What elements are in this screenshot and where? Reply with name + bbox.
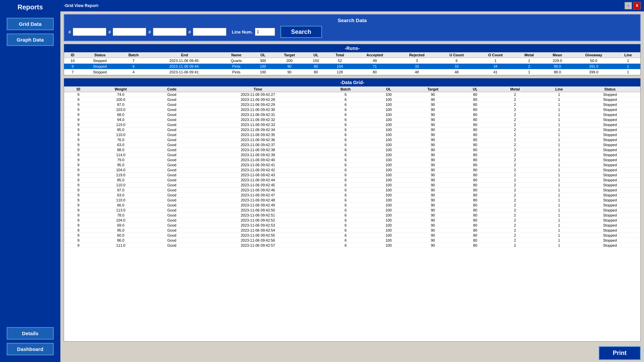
details-button[interactable]: Details [7,327,54,340]
grid-cell: 6 [321,117,370,122]
runs-row[interactable]: 7Stopped42023-11-06 09:41:Pints100908012… [64,69,640,75]
grid-row[interactable]: 9119.0Good2023-11-06 09:42:436100908021S… [64,173,640,178]
grid-cell: 88.0 [93,147,149,153]
runs-cell: Pints [220,64,252,69]
grid-row[interactable]: 994.0Good2023-11-06 09:42:326100908021St… [64,117,640,122]
grid-row[interactable]: 9119.0Good2023-11-06 09:42:336100908021S… [64,122,640,127]
grid-row[interactable]: 960.0Good2023-11-06 09:42:556100908021St… [64,233,640,238]
runs-col-header: Mean [543,52,572,58]
dashboard-button[interactable]: Dashboard [7,343,54,355]
grid-cell: 90 [407,117,459,122]
grid-cell: 9 [64,163,93,168]
runs-col-header: Accepted [353,52,396,58]
grid-cell: 100 [370,193,407,198]
grid-cell: 100 [370,147,407,153]
grid-row[interactable]: 9103.0Good2023-11-06 09:42:306100908021S… [64,107,640,112]
grid-cell: 90 [407,112,459,117]
grid-row[interactable]: 9111.0Good2023-11-06 09:42:576100908021S… [64,243,640,248]
grid-row[interactable]: 9113.0Good2023-11-06 09:42:506100908021S… [64,208,640,213]
grid-table-wrapper[interactable]: IDWeightCodeTimeBatchOLTargetULMetalLine… [64,86,640,341]
grid-cell: 2023-11-06 09:42:37 [195,142,321,147]
grid-cell: 80 [459,92,491,97]
grid-cell: 80 [459,147,491,153]
grid-row[interactable]: 966.0Good2023-11-06 09:42:496100908021St… [64,203,640,208]
grid-row[interactable]: 978.0Good2023-11-06 09:42:516100908021St… [64,213,640,218]
grid-cell: 9 [64,107,93,112]
minimize-button[interactable]: - [625,2,632,9]
grid-cell: 6 [321,132,370,137]
grid-cell: Stopped [580,223,640,228]
runs-cell: 1 [616,69,640,75]
grid-cell: 80 [459,163,491,168]
search-input-1[interactable] [73,28,106,36]
print-button[interactable]: Print [599,346,641,360]
grid-cell: 2 [491,163,538,168]
graph-data-button[interactable]: Graph Data [7,34,54,46]
grid-cell: 100 [370,223,407,228]
grid-cell: 2 [491,193,538,198]
grid-cell: 86.0 [93,238,149,243]
runs-cell: Stopped [81,64,118,69]
grid-cell: 1 [538,117,580,122]
grid-row[interactable]: 995.0Good2023-11-06 09:42:416100908021St… [64,163,640,168]
search-input-3[interactable] [153,28,186,36]
grid-cell: 2023-11-06 09:42:27 [195,92,321,97]
grid-row[interactable]: 9104.0Good2023-11-06 09:42:526100908021S… [64,218,640,223]
grid-cell: 66.0 [93,203,149,208]
grid-cell: 2 [491,127,538,132]
grid-cell: 9 [64,137,93,142]
grid-cell: 74.0 [93,92,149,97]
runs-cell: 88.0 [543,69,572,75]
close-button[interactable]: X [633,2,641,9]
grid-cell: 2023-11-06 09:42:48 [195,198,321,203]
grid-cell: 90 [407,213,459,218]
grid-row[interactable]: 969.0Good2023-11-06 09:42:536100908021St… [64,223,640,228]
grid-row[interactable]: 976.0Good2023-11-06 09:42:366100908021St… [64,137,640,142]
grid-row[interactable]: 985.0Good2023-11-06 09:42:446100908021St… [64,178,640,183]
grid-cell: Stopped [580,142,640,147]
grid-row[interactable]: 997.0Good2023-11-06 09:42:466100908021St… [64,188,640,193]
grid-row[interactable]: 995.0Good2023-11-06 09:42:546100908021St… [64,228,640,233]
grid-row[interactable]: 987.0Good2023-11-06 09:42:296100908021St… [64,102,640,107]
grid-row[interactable]: 9110.0Good2023-11-06 09:42:356100908021S… [64,132,640,137]
grid-cell: 2023-11-06 09:42:52 [195,218,321,223]
grid-cell: 100 [370,132,407,137]
grid-cell: 2 [491,153,538,158]
grid-cell: 2023-11-06 09:42:35 [195,132,321,137]
search-input-2[interactable] [113,28,146,36]
grid-cell: 1 [538,137,580,142]
grid-row[interactable]: 985.0Good2023-11-06 09:42:346100908021St… [64,127,640,132]
grid-cell: 100 [370,163,407,168]
grid-row[interactable]: 968.0Good2023-11-06 09:42:316100908021St… [64,112,640,117]
grid-cell: 90 [407,92,459,97]
runs-row[interactable]: 9Stopped62023-11-06 09:44:Pints100908010… [64,64,640,69]
grid-row[interactable]: 988.0Good2023-11-06 09:42:386100908021St… [64,147,640,153]
grid-row[interactable]: 9110.0Good2023-11-06 09:42:486100908021S… [64,198,640,203]
grid-cell: 2 [491,147,538,153]
runs-cell: 2023-11-06 09:44: [149,64,220,69]
grid-row[interactable]: 9104.0Good2023-11-06 09:42:426100908021S… [64,168,640,173]
search-button[interactable]: Search [280,26,322,38]
grid-data-button[interactable]: Grid Data [7,18,54,30]
grid-row[interactable]: 9110.0Good2023-11-06 09:42:456100908021S… [64,183,640,188]
runs-header-row: IDStatusBatchEndNameOLTargetULTotalAccep… [64,52,640,58]
runs-row[interactable]: 10Stopped72023-11-06 09:45:Quarts3002001… [64,58,640,64]
runs-col-header: Status [81,52,118,58]
line-num-input[interactable] [255,28,275,36]
grid-row[interactable]: 974.0Good2023-11-06 09:42:276100908021St… [64,92,640,97]
grid-row[interactable]: 963.0Good2023-11-06 09:42:476100908021St… [64,193,640,198]
runs-cell: 49 [353,58,396,64]
grid-row[interactable]: 979.0Good2023-11-06 09:42:406100908021St… [64,158,640,163]
grid-cell: 6 [321,243,370,248]
grid-row[interactable]: 9114.0Good2023-11-06 09:42:396100908021S… [64,153,640,158]
grid-cell: 2 [491,243,538,248]
runs-cell: Pints [220,69,252,75]
grid-row[interactable]: 9100.0Good2023-11-06 09:42:286100908021S… [64,97,640,102]
grid-row[interactable]: 963.0Good2023-11-06 09:42:376100908021St… [64,142,640,147]
search-input-4[interactable] [193,28,226,36]
runs-cell: Stopped [81,69,118,75]
grid-cell: 90 [407,158,459,163]
grid-row[interactable]: 986.0Good2023-11-06 09:42:566100908021St… [64,238,640,243]
grid-cell: 1 [538,233,580,238]
grid-cell: 6 [321,158,370,163]
